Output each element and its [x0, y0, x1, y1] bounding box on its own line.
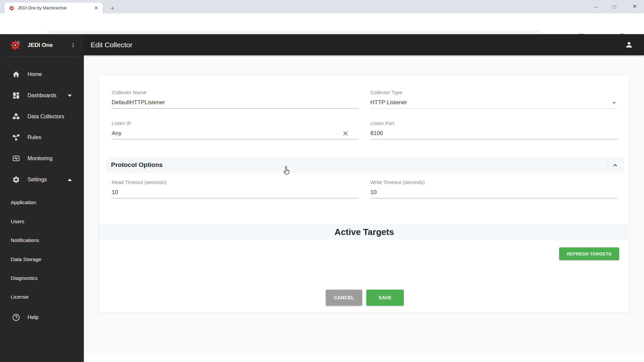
sidebar-item-license[interactable]: License [0, 291, 84, 303]
help-icon [12, 313, 20, 321]
collector-type-label: Collector Type [370, 89, 618, 96]
window-close-button[interactable]: ✕ [627, 0, 642, 13]
window-minimize-button[interactable]: – [589, 0, 604, 13]
sidebar-item-users[interactable]: Users [0, 216, 84, 228]
gear-icon [12, 176, 20, 184]
sidebar-divider [6, 56, 78, 57]
page-title: Edit Collector [91, 41, 132, 49]
collector-type-field: Collector Type HTTP Listener [370, 89, 618, 109]
listen-ip-input[interactable] [112, 130, 359, 139]
sidebar-item-help[interactable]: Help [0, 309, 84, 325]
edit-collector-card: Collector Name Collector Type HTTP Liste… [99, 75, 629, 313]
write-timeout-field: Write Timeout (seconds) [370, 179, 618, 198]
listen-ip-field: Listen IP [112, 120, 359, 139]
collector-name-input[interactable] [112, 99, 359, 109]
jedi-one-logo-icon [8, 38, 23, 53]
new-tab-button[interactable]: + [108, 4, 117, 13]
close-icon [342, 130, 349, 137]
sidebar-item-rules[interactable]: Rules [0, 129, 84, 145]
home-icon [12, 70, 20, 78]
listen-ip-label: Listen IP [112, 120, 359, 127]
main-content: Collector Name Collector Type HTTP Liste… [84, 55, 644, 362]
collector-type-select[interactable]: HTTP Listener [370, 99, 618, 109]
dashboard-icon [12, 92, 20, 100]
protocol-options-header[interactable]: Protocol Options [107, 158, 624, 172]
browser-tab[interactable]: JEDI One by Machinechat ✕ [5, 3, 103, 13]
tab-close-icon[interactable]: ✕ [93, 5, 99, 11]
protocol-options-title: Protocol Options [111, 161, 163, 169]
tab-title: JEDI One by Machinechat [18, 6, 93, 10]
sidebar-item-application[interactable]: Application [0, 196, 84, 208]
collector-name-label: Collector Name [112, 89, 359, 96]
read-timeout-label: Read Timeout (seconds) [112, 179, 359, 186]
active-targets-band: Active Targets [99, 224, 630, 240]
sidebar-item-dashboards[interactable]: Dashboards [0, 87, 84, 104]
browser-titlebar: JEDI One by Machinechat ✕ + – □ ✕ [0, 0, 644, 13]
cubes-icon [12, 113, 20, 121]
page-appbar: Edit Collector [84, 34, 644, 55]
sidebar: JEDI One Home Dashboards Data Collectors… [0, 34, 84, 362]
select-caret-icon [612, 102, 616, 104]
app-name: JEDI One [28, 42, 53, 49]
read-timeout-field: Read Timeout (seconds) [112, 179, 359, 198]
sidebar-menu-kebab-icon[interactable] [69, 41, 77, 49]
sidebar-item-data-storage[interactable]: Data Storage [0, 253, 84, 265]
sidebar-item-settings[interactable]: Settings [0, 172, 84, 188]
protocol-header-divider [608, 161, 608, 170]
rules-diagram-icon [12, 133, 20, 141]
page-bottom-strip [84, 353, 644, 362]
save-button[interactable]: SAVE [366, 290, 404, 306]
monitoring-icon [12, 155, 20, 163]
collector-name-field: Collector Name [112, 89, 359, 109]
sidebar-item-home[interactable]: Home [0, 66, 84, 82]
sidebar-item-monitoring[interactable]: Monitoring [0, 150, 84, 167]
listen-port-field: Listen Port [370, 120, 618, 139]
listen-port-input[interactable] [370, 130, 618, 139]
sidebar-item-data-collectors[interactable]: Data Collectors [0, 109, 84, 125]
sidebar-item-notifications[interactable]: Notifications [0, 234, 84, 246]
chevron-down-icon [68, 95, 72, 97]
sidebar-header: JEDI One [0, 34, 84, 56]
favicon-gear-icon [9, 5, 14, 11]
listen-ip-clear-button[interactable] [339, 127, 352, 139]
write-timeout-input[interactable] [370, 189, 618, 198]
read-timeout-input[interactable] [112, 189, 359, 198]
window-maximize-button[interactable]: □ [607, 0, 622, 13]
listen-port-label: Listen Port [370, 120, 618, 127]
active-targets-title: Active Targets [334, 227, 394, 237]
account-person-icon[interactable] [625, 41, 633, 49]
write-timeout-label: Write Timeout (seconds) [370, 179, 618, 186]
chevron-up-icon [68, 179, 72, 181]
sidebar-item-diagnostics[interactable]: Diagnostics [0, 272, 84, 284]
browser-toolbar: Not secure 192.168.1.204:9123/editcollec… [0, 13, 644, 34]
cancel-button[interactable]: CANCEL [326, 290, 362, 306]
collapse-chevron-up-icon[interactable] [611, 162, 619, 169]
refresh-targets-button[interactable]: REFRESH TARGETS [559, 247, 619, 260]
